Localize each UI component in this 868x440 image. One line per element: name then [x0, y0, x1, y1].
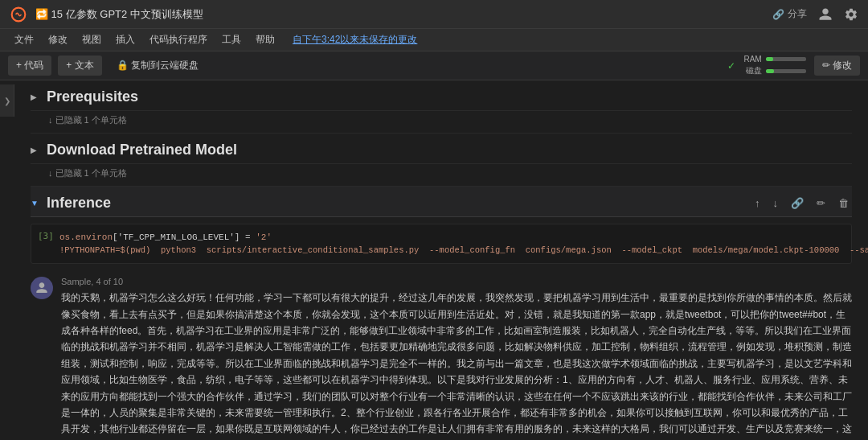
- disk-label: 磁盘: [746, 65, 762, 76]
- save-to-drive-button[interactable]: 🔒 复制到云端硬盘: [117, 59, 199, 72]
- output-content: Sample, 4 of 10 我的天鹅，机器学习怎么这么好玩！任何功能，学习一…: [61, 277, 852, 440]
- inference-delete-icon[interactable]: 🗑: [835, 195, 852, 211]
- output-cell: Sample, 4 of 10 我的天鹅，机器学习怎么这么好玩！任何功能，学习一…: [31, 270, 852, 440]
- prerequisites-title: Prerequisites: [47, 88, 138, 105]
- share-button[interactable]: 🔗 分享: [772, 7, 807, 21]
- prerequisites-delete-icon[interactable]: 🗑: [838, 89, 852, 105]
- download-title: Download Pretrained Model: [47, 142, 237, 158]
- download-up-icon[interactable]: ↑: [768, 142, 776, 158]
- top-actions: 🔗 分享: [772, 7, 858, 22]
- menu-edit[interactable]: 修改: [42, 31, 74, 49]
- top-bar: 🔁 15 亿参数 GPT2 中文预训练模型 🔗 分享: [0, 0, 868, 29]
- main-content: ▶ Prerequisites ↑ ↓ 🔗 ✏ 🗑 ↓ 已隐藏 1 个单元格 ▶…: [14, 80, 868, 440]
- code-line-1: os.environ['TF_CPP_MIN_LOG_LEVEL'] = '2': [59, 231, 868, 245]
- inference-collapse-icon: ▼: [31, 199, 40, 208]
- inference-actions: ↑ ↓ 🔗 ✏ 🗑: [751, 195, 852, 211]
- prerequisites-collapse-icon: ▶: [31, 93, 40, 101]
- code-val: '2': [256, 232, 272, 242]
- prerequisites-header[interactable]: ▶ Prerequisites ↑ ↓ 🔗 ✏ 🗑: [31, 80, 852, 111]
- inference-edit-icon[interactable]: ✏: [813, 195, 829, 211]
- cell-code-content[interactable]: os.environ['TF_CPP_MIN_LOG_LEVEL'] = '2'…: [59, 224, 868, 263]
- ram-label: RAM: [743, 55, 761, 64]
- menu-view[interactable]: 视图: [76, 31, 108, 49]
- download-header[interactable]: ▶ Download Pretrained Model ↑ ↓ 🔗 ✏ 🗑: [31, 134, 852, 164]
- menu-help[interactable]: 帮助: [249, 31, 281, 49]
- download-down-icon[interactable]: ↓: [783, 142, 792, 158]
- add-code-button[interactable]: + 代码: [8, 56, 51, 76]
- inference-down-icon[interactable]: ↓: [770, 195, 782, 211]
- prerequisites-up-icon[interactable]: ↑: [768, 89, 776, 105]
- edit-button[interactable]: ✏ 修改: [814, 56, 860, 76]
- unsaved-changes-link[interactable]: 自下午3:42以来未保存的更改: [293, 33, 417, 47]
- download-section: ▶ Download Pretrained Model ↑ ↓ 🔗 ✏ 🗑 ↓ …: [31, 134, 852, 187]
- code-cell-3: [3] os.environ['TF_CPP_MIN_LOG_LEVEL'] =…: [31, 224, 852, 264]
- download-edit-icon[interactable]: ✏: [820, 142, 832, 158]
- settings-button[interactable]: [844, 7, 858, 22]
- menu-bar: 文件 修改 视图 插入 代码执行程序 工具 帮助 自下午3:42以来未保存的更改: [0, 29, 868, 51]
- download-collapse-icon: ▶: [31, 146, 40, 154]
- download-delete-icon[interactable]: 🗑: [838, 142, 852, 158]
- share-icon: 🔗: [772, 9, 784, 20]
- logo: [10, 6, 27, 23]
- menu-insert[interactable]: 插入: [109, 31, 141, 49]
- ram-row: RAM: [743, 55, 805, 64]
- sample-label: Sample, 4 of 10: [61, 277, 852, 286]
- prerequisites-collapsed-text: ↓ 已隐藏 1 个单元格: [31, 111, 852, 134]
- code-env: os.environ: [59, 232, 113, 242]
- sidebar-toggle[interactable]: ❯: [0, 84, 14, 117]
- inference-up-icon[interactable]: ↑: [751, 195, 764, 211]
- toolbar-right: ✓ RAM 磁盘 ✏ 修改: [727, 55, 860, 76]
- menu-file[interactable]: 文件: [8, 31, 40, 49]
- inference-header[interactable]: ▼ Inference ↑ ↓ 🔗 ✏ 🗑: [31, 187, 852, 217]
- add-text-button[interactable]: + 文本: [58, 56, 101, 76]
- toolbar: + 代码 + 文本 🔒 复制到云端硬盘 ✓ RAM 磁盘 ✏ 修改: [0, 51, 868, 80]
- user-account-button[interactable]: [818, 7, 833, 22]
- output-text: 我的天鹅，机器学习怎么这么好玩！任何功能，学习一下都可以有很大的提升，经过这几年…: [61, 290, 852, 440]
- avatar: [31, 277, 53, 299]
- inference-title: Inference: [47, 195, 111, 212]
- prerequisites-link-icon[interactable]: 🔗: [797, 89, 813, 105]
- download-link-icon[interactable]: 🔗: [797, 142, 813, 158]
- resource-indicator: RAM 磁盘: [743, 55, 805, 76]
- menu-runtime[interactable]: 代码执行程序: [143, 31, 214, 49]
- inference-section: ▼ Inference ↑ ↓ 🔗 ✏ 🗑 [3] os.environ['TF…: [31, 187, 852, 440]
- ram-ok-icon: ✓: [727, 60, 735, 72]
- prerequisites-edit-icon[interactable]: ✏: [820, 89, 832, 105]
- code-bracket: ['TF_CPP_MIN_LOG_LEVEL'] =: [113, 232, 256, 242]
- menu-tools[interactable]: 工具: [215, 31, 248, 49]
- prerequisites-down-icon[interactable]: ↓: [783, 89, 792, 105]
- inference-link-icon[interactable]: 🔗: [788, 195, 807, 211]
- disk-row: 磁盘: [746, 65, 806, 76]
- code-line-2: !PYTHONPATH=$(pwd) python3 scripts/inter…: [59, 245, 868, 257]
- cell-number: [3]: [31, 224, 59, 263]
- ram-bar: [766, 57, 806, 61]
- ram-bar-fill: [766, 57, 773, 61]
- disk-bar: [766, 69, 806, 73]
- prerequisites-section: ▶ Prerequisites ↑ ↓ 🔗 ✏ 🗑 ↓ 已隐藏 1 个单元格: [31, 80, 852, 134]
- download-collapsed-text: ↓ 已隐藏 1 个单元格: [31, 164, 852, 187]
- notebook-title: 🔁 15 亿参数 GPT2 中文预训练模型: [35, 7, 764, 22]
- disk-bar-fill: [766, 69, 774, 73]
